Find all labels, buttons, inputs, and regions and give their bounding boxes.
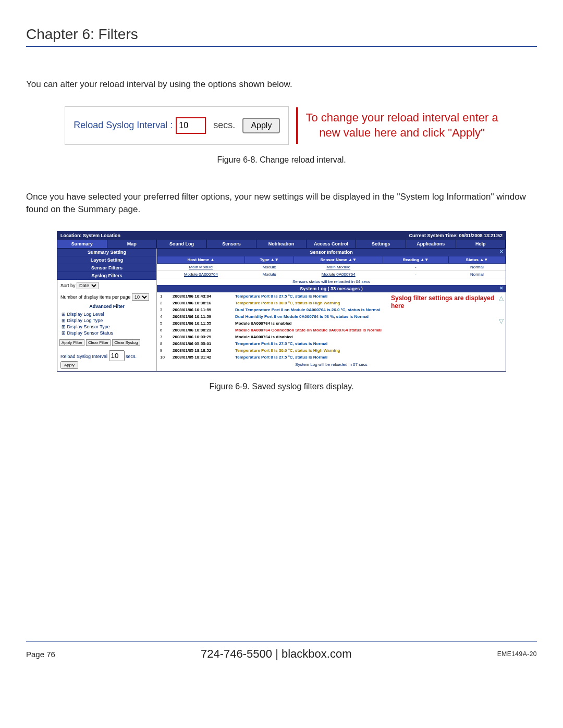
log-timestamp: 2008/01/06 05:55:01 [170,341,232,347]
reload-syslog-control: Reload Syslog Interval secs. Apply [57,348,156,371]
log-timestamp: 2008/01/06 10:38:16 [170,300,232,306]
apply-button[interactable]: Apply [242,118,280,133]
tab-bar: SummaryMapSound LogSensorsNotificationAc… [57,240,506,249]
scroll-down-icon[interactable]: ▽ [499,317,504,325]
figure-6-9-screenshot: Location: System Location Current System… [57,231,506,372]
figure-6-8-caption: Figure 6-8. Change reload interval. [26,155,537,165]
log-timestamp: 2008/01/06 10:11:55 [170,320,232,326]
reload-interval-input[interactable] [176,117,206,134]
apply-filter-button[interactable]: Apply Filter [59,339,84,346]
annotation-line-1: To change your reload interval enter a [305,110,498,126]
sensor-cell: - [383,264,449,271]
page-footer: Page 76 724-746-5500 | blackbox.com EME1… [26,641,537,661]
sensor-cell: Module 0A000764 [294,271,383,278]
scroll-arrows: △ ▽ [499,294,504,325]
page-number: Page 76 [26,650,55,659]
sensor-cell: Main Module [157,264,245,271]
log-index: 2 [158,300,169,306]
syslog-reload-note: System Log will be reloaded in 07 secs [157,361,506,368]
main-panel: Sensor Information ✕ Host Name ▲Type ▲▼S… [157,249,506,371]
tab-settings[interactable]: Settings [356,240,406,248]
syslog-title: System Log ( 33 messages ) [300,286,363,291]
sensor-row: Module 0A000764ModuleModule 0A000764-Nor… [157,271,506,278]
adv-filter-display-log-type[interactable]: ⊞ Display Log Type [62,317,152,324]
log-index: 8 [158,341,169,347]
sensor-info-title: Sensor Information [310,250,353,255]
sortby-select[interactable]: Date [77,282,99,289]
sidebar-item-summary-setting[interactable]: Summary Setting [57,249,156,256]
close-icon[interactable]: ✕ [499,249,504,254]
sensor-header[interactable]: Status ▲▼ [448,256,505,264]
items-label: Number of display items per page [60,294,131,300]
log-timestamp: 2008/01/06 10:43:04 [170,293,232,299]
sensor-header[interactable]: Sensor Name ▲▼ [294,256,383,264]
log-timestamp: 2008/01/06 10:03:29 [170,334,232,340]
log-timestamp: 2008/01/05 18:18:52 [170,348,232,353]
log-row: 92008/01/05 18:18:52Temperature Port 8 i… [158,348,505,353]
footer-contact: 724-746-5500 | blackbox.com [201,647,351,661]
system-time-label: Current System Time: 06/01/2008 13:21:52 [409,233,503,238]
sensor-row: Main ModuleModuleMain Module-Normal [157,264,506,271]
log-message: Temperature Port 8 is 27.5 °C, status is… [233,354,505,360]
clear-syslog-button[interactable]: Clear Syslog [112,339,140,346]
syslog-annotation-line-1: Syslog filter settings are displayed [391,294,500,302]
location-label: Location: System Location [60,233,120,238]
annotation-line-2: new value here and click "Apply" [305,126,498,141]
log-row: 102008/01/05 18:31:42Temperature Port 8 … [158,354,505,360]
log-timestamp: 2008/01/06 10:11:59 [170,314,232,319]
tab-access-control[interactable]: Access Control [307,240,357,248]
intro-paragraph-1: You can alter your reload interval by us… [26,78,537,91]
sensor-cell: Module 0A000764 [157,271,245,278]
adv-filter-display-sensor-status[interactable]: ⊞ Display Sensor Status [62,330,152,336]
tab-sound-log[interactable]: Sound Log [157,240,207,248]
log-timestamp: 2008/01/06 10:11:59 [170,307,232,313]
log-message: Temperature Port 8 is 30.0 °C, status is… [233,348,505,353]
reload-syslog-input[interactable] [109,350,125,361]
sensor-header[interactable]: Type ▲▼ [244,256,294,264]
log-index: 4 [158,314,169,319]
sensor-header[interactable]: Reading ▲▼ [383,256,449,264]
sidebar: Summary SettingLayout SettingSensor Filt… [57,249,157,371]
advanced-filter-title: Advanced Filter [57,303,156,310]
log-index: 3 [158,307,169,313]
tab-map[interactable]: Map [107,240,157,248]
tab-help[interactable]: Help [456,240,506,248]
sensor-cell: Module [244,264,294,271]
syslog-annotation-line-2: here [391,302,500,310]
sidebar-item-layout-setting[interactable]: Layout Setting [57,256,156,264]
tab-notification[interactable]: Notification [256,240,307,248]
sensor-header[interactable]: Host Name ▲ [157,256,245,264]
doc-id: EME149A-20 [497,650,537,658]
tab-sensors[interactable]: Sensors [207,240,257,248]
log-message: Module 0A000764 is disabled [233,334,505,340]
reload-interval-panel: Reload Syslog Interval : secs. Apply [65,106,289,145]
reload-interval-label: Reload Syslog Interval : [74,120,173,131]
sensor-table: Host Name ▲Type ▲▼Sensor Name ▲▼Reading … [157,256,506,278]
annotation-text: To change your reload interval enter a n… [305,110,498,140]
close-icon[interactable]: ✕ [499,286,504,291]
log-timestamp: 2008/01/05 18:31:42 [170,354,232,360]
figure-6-8: Reload Syslog Interval : secs. Apply To … [26,106,537,165]
reload-syslog-apply-button[interactable]: Apply [60,361,78,369]
tab-applications[interactable]: Applications [406,240,456,248]
syslog-annotation: Syslog filter settings are displayed her… [391,294,500,310]
sensor-cell: Module [244,271,294,278]
scroll-up-icon[interactable]: △ [499,294,504,302]
sensor-cell: - [383,271,449,278]
adv-filter-display-log-level[interactable]: ⊞ Display Log Level [62,311,152,317]
sidebar-item-sensor-filters[interactable]: Sensor Filters [57,264,156,272]
log-message: Temperature Port 8 is 27.5 °C, status is… [233,341,505,347]
intro-paragraph-2: Once you have selected your preferred fi… [26,191,537,216]
sidebar-item-syslog-filters[interactable]: Syslog Filters [57,272,156,280]
tab-summary[interactable]: Summary [57,240,107,248]
reload-syslog-secs: secs. [126,354,137,359]
log-row: 62008/01/06 10:08:23Module 0A000764 Conn… [158,327,505,333]
reload-interval-secs: secs. [213,120,235,131]
sensor-cell: Normal [448,271,505,278]
reload-syslog-label: Reload Syslog Interval [60,354,107,359]
clear-filter-button[interactable]: Clear Filter [86,339,111,346]
log-message: Module 0A000764 is enabled [233,320,505,326]
items-select[interactable]: 10 [132,293,149,301]
adv-filter-display-sensor-type[interactable]: ⊞ Display Sensor Type [62,324,152,330]
sensor-info-bar: Sensor Information ✕ [157,249,506,256]
